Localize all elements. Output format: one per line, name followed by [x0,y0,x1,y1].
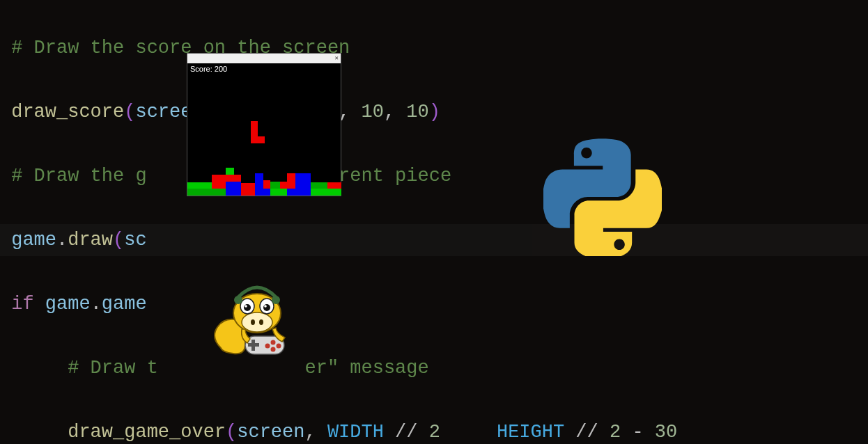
svg-point-3 [259,319,263,325]
code-line: draw_game_over(screen, WIDTH // 2 HEIGHT… [0,416,868,444]
code-line: # Draw the g current piece [0,160,868,192]
svg-point-7 [263,304,270,311]
svg-point-6 [244,304,251,311]
svg-point-15 [271,340,276,345]
svg-point-1 [242,312,272,332]
close-icon[interactable]: ✕ [335,54,339,62]
code-line: game.draw(sc [0,224,868,256]
svg-point-10 [234,296,242,304]
window-titlebar[interactable]: ✕ [187,54,341,63]
pygame-mascot-icon [207,282,304,365]
svg-point-11 [272,296,280,304]
svg-point-18 [265,344,270,349]
code-line: draw_score(screen, game.score, 10, 10) [0,96,868,128]
svg-point-17 [271,347,276,352]
code-line: if game.game [0,288,868,320]
svg-point-9 [264,305,267,308]
python-logo-icon [543,138,662,256]
code-line: # Draw the score on the screen [0,32,868,64]
score-label: Score: 200 [187,63,341,74]
svg-rect-14 [248,343,259,347]
code-editor: # Draw the score on the screen draw_scor… [0,0,868,444]
code-line: # Draw t er" message [0,352,868,384]
svg-point-2 [251,319,255,325]
svg-point-16 [277,344,281,349]
tetris-game-window: ✕ Score: 200 [187,53,341,196]
svg-point-8 [245,305,247,308]
tetris-canvas [187,74,341,196]
